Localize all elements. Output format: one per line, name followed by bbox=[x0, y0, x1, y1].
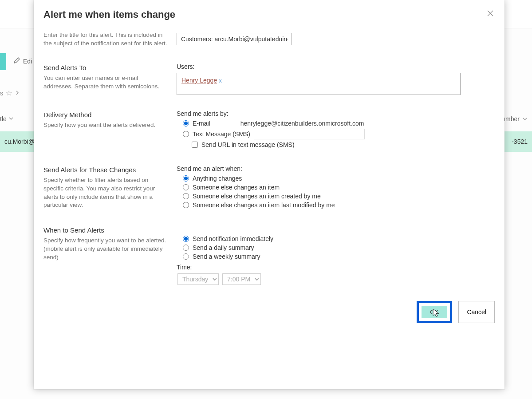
background-edit-button[interactable]: Edi bbox=[13, 57, 32, 65]
when-daily-radio[interactable] bbox=[183, 245, 189, 251]
when-immediate-radio[interactable] bbox=[183, 236, 189, 242]
changes-modified-label: Someone else changes an item last modifi… bbox=[193, 201, 335, 209]
star-icon: ☆ bbox=[6, 89, 12, 97]
time-hour-select[interactable]: 7:00 PM bbox=[222, 273, 261, 285]
changes-heading: Send Alerts for These Changes bbox=[43, 166, 168, 174]
ok-button[interactable]: OK bbox=[422, 306, 447, 318]
close-button[interactable] bbox=[486, 9, 495, 18]
when-weekly-radio[interactable] bbox=[183, 253, 189, 260]
breadcrumb-text: s bbox=[0, 90, 3, 97]
background-breadcrumb[interactable]: s ☆ bbox=[0, 89, 20, 97]
alert-title-description: Enter the title for this alert. This is … bbox=[43, 31, 168, 48]
dialog-scroll-area[interactable]: Alert Title Enter the title for this ale… bbox=[34, 27, 504, 389]
background-edit-label-text: Edi bbox=[23, 58, 32, 65]
column-header-title: tle bbox=[0, 115, 7, 122]
changes-other-radio[interactable] bbox=[183, 184, 189, 190]
background-column-header-right[interactable]: umber bbox=[502, 115, 528, 122]
pencil-icon bbox=[13, 57, 20, 65]
chevron-right-icon bbox=[15, 90, 20, 97]
row-cell-left: cu.Morbi@ bbox=[4, 138, 35, 145]
ok-button-highlight: OK bbox=[417, 301, 452, 323]
changes-created-radio[interactable] bbox=[183, 193, 189, 199]
dialog-title: Alert me when items change bbox=[43, 9, 175, 20]
chevron-down-icon bbox=[522, 116, 528, 122]
background-selection-indicator bbox=[0, 53, 6, 70]
send-by-label: Send me alerts by: bbox=[177, 110, 495, 117]
changes-anything-radio[interactable] bbox=[183, 175, 189, 182]
changes-description: Specify whether to filter alerts based o… bbox=[43, 176, 168, 210]
when-weekly-label: Send a weekly summary bbox=[193, 253, 260, 260]
time-day-select[interactable]: Thursday bbox=[177, 273, 219, 285]
when-description: Specify how frequently you want to be al… bbox=[43, 237, 168, 262]
changes-other-label: Someone else changes an item bbox=[193, 184, 280, 191]
alert-dialog: Alert me when items change Alert Title E… bbox=[34, 0, 504, 389]
alert-when-label: Send me an alert when: bbox=[177, 165, 495, 172]
alert-title-input[interactable] bbox=[177, 33, 292, 45]
send-to-description: You can enter user names or e-mail addre… bbox=[43, 74, 168, 91]
delivery-description: Specify how you want the alerts delivere… bbox=[43, 121, 168, 130]
send-to-heading: Send Alerts To bbox=[43, 64, 168, 71]
row-cell-right: -3521 bbox=[512, 138, 528, 145]
background-column-header-left[interactable]: tle bbox=[0, 115, 14, 122]
delivery-sms-label: Text Message (SMS) bbox=[193, 130, 250, 138]
time-label: Time: bbox=[177, 264, 495, 271]
changes-created-label: Someone else changes an item created by … bbox=[193, 193, 321, 200]
users-label: Users: bbox=[177, 63, 495, 70]
users-input[interactable]: Henry Leggex bbox=[177, 73, 461, 95]
delivery-sms-radio[interactable] bbox=[183, 131, 189, 137]
changes-modified-radio[interactable] bbox=[183, 202, 189, 208]
cancel-button[interactable]: Cancel bbox=[458, 301, 495, 323]
delivery-sms-number-input[interactable] bbox=[254, 129, 365, 139]
when-daily-label: Send a daily summary bbox=[193, 244, 254, 251]
changes-anything-label: Anything changes bbox=[193, 175, 242, 182]
when-immediate-label: Send notification immediately bbox=[193, 235, 273, 242]
chevron-down-icon bbox=[8, 116, 14, 121]
column-header-number: umber bbox=[502, 115, 520, 122]
close-icon bbox=[486, 9, 495, 18]
send-url-checkbox[interactable] bbox=[192, 142, 198, 148]
send-url-label: Send URL in text message (SMS) bbox=[201, 141, 295, 148]
when-heading: When to Send Alerts bbox=[43, 226, 168, 234]
user-remove-button[interactable]: x bbox=[219, 78, 222, 84]
user-token[interactable]: Henry Legge bbox=[181, 77, 217, 84]
delivery-email-radio[interactable] bbox=[183, 120, 189, 126]
delivery-heading: Delivery Method bbox=[43, 111, 168, 119]
delivery-email-value: henrylegge@citizenbuilders.onmicrosoft.c… bbox=[240, 120, 364, 127]
delivery-email-label: E-mail bbox=[193, 120, 210, 127]
